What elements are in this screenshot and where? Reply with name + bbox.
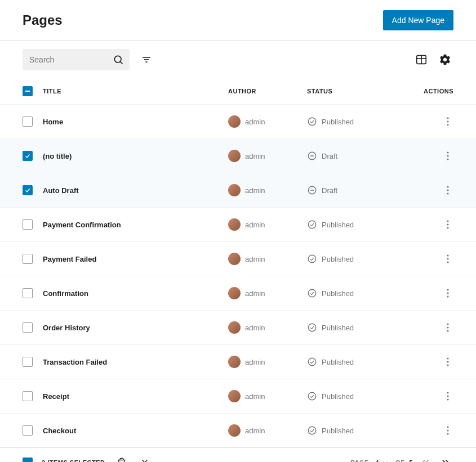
row-checkbox[interactable] [23,151,33,161]
svg-point-44 [447,392,448,393]
row-actions-button[interactable] [442,218,453,231]
row-checkbox[interactable] [23,322,33,333]
draft-icon [307,185,317,195]
table-row[interactable]: Order HistoryadminPublished [0,310,476,344]
table-row[interactable]: (no title)adminDraft [0,138,476,173]
total-pages: 5 [409,459,413,462]
row-title[interactable]: Payment Failed [43,255,96,263]
row-status: Published [322,221,354,229]
row-checkbox[interactable] [23,357,33,367]
row-checkbox[interactable] [23,219,33,230]
table-row[interactable]: Payment ConfirmationadminPublished [0,207,476,241]
row-title[interactable]: Auto Draft [43,186,79,195]
row-title[interactable]: Home [43,118,63,126]
next-page-button[interactable] [438,455,453,462]
svg-point-35 [308,324,316,331]
table-row[interactable]: ConfirmationadminPublished [0,276,476,310]
table-row[interactable]: Transaction FailedadminPublished [0,344,476,379]
avatar [228,321,241,334]
published-icon [307,116,317,127]
row-author: admin [245,324,265,332]
svg-point-38 [447,330,448,331]
table-row[interactable]: Auto DraftadminDraft [0,173,476,207]
row-actions-button[interactable] [442,321,453,334]
column-header-title[interactable]: Title [43,88,228,95]
table-row[interactable]: Payment FailedadminPublished [0,241,476,276]
row-status: Published [322,358,354,366]
svg-point-37 [447,326,448,328]
row-checkbox[interactable] [23,425,33,436]
current-page-number: 1 [376,459,380,463]
table-row[interactable]: HomeadminPublished [0,104,476,138]
column-header-status[interactable]: Status [307,88,420,95]
row-title[interactable]: Payment Confirmation [43,221,121,229]
svg-point-22 [447,192,448,194]
row-checkbox[interactable] [23,254,33,264]
page-selector[interactable]: 1 [373,459,391,463]
svg-point-46 [447,398,448,400]
delete-selected-button[interactable] [114,455,129,462]
row-actions-button[interactable] [442,389,453,403]
avatar [228,184,241,196]
row-status: Published [322,289,354,298]
svg-point-28 [447,254,448,256]
row-actions-button[interactable] [442,183,453,197]
row-status: Published [322,118,354,126]
svg-point-36 [447,323,448,325]
row-author: admin [245,221,265,229]
row-checkbox[interactable] [23,391,33,401]
published-icon [307,254,317,264]
add-new-page-button[interactable]: Add New Page [383,10,453,30]
row-title[interactable]: Transaction Failed [43,358,107,366]
svg-rect-14 [310,155,314,156]
svg-point-12 [447,124,448,125]
settings-button[interactable] [437,51,453,68]
avatar [228,424,241,437]
row-actions-button[interactable] [442,115,453,128]
row-author: admin [245,186,265,195]
avatar [228,218,241,231]
row-status: Published [322,324,354,332]
table-row[interactable]: CheckoutadminPublished [0,413,476,447]
row-title[interactable]: Confirmation [43,289,88,298]
published-icon [307,219,317,230]
row-title[interactable]: Order History [43,324,90,332]
page-title: Pages [23,12,63,28]
svg-point-49 [447,429,448,431]
row-actions-button[interactable] [442,355,453,369]
footer-select-checkbox[interactable] [23,457,33,462]
row-checkbox[interactable] [23,116,33,127]
row-status: Published [322,427,354,435]
row-actions-button[interactable] [442,424,453,437]
prev-page-button[interactable] [417,455,433,462]
row-checkbox[interactable] [23,288,33,298]
row-checkbox[interactable] [23,185,33,195]
more-vertical-icon [447,151,449,160]
column-header-author[interactable]: Author [228,88,307,95]
svg-point-20 [447,186,448,187]
select-all-checkbox[interactable] [23,86,33,96]
more-vertical-icon [447,117,449,126]
close-icon [140,458,149,462]
row-title[interactable]: Receipt [43,392,69,401]
row-title[interactable]: Checkout [43,427,76,435]
svg-line-1 [120,61,122,64]
svg-point-40 [447,357,448,359]
row-actions-button[interactable] [442,252,453,266]
row-author: admin [245,289,265,298]
row-title[interactable]: (no title) [43,152,72,160]
svg-point-32 [447,289,448,290]
chevron-down-icon [382,459,389,462]
avatar [228,115,241,128]
svg-point-48 [447,426,448,428]
row-actions-button[interactable] [442,149,453,163]
svg-point-21 [447,189,448,191]
filter-button[interactable] [139,52,154,68]
view-toggle-button[interactable] [413,51,430,68]
svg-point-25 [447,223,448,225]
of-label: OF [395,459,404,462]
row-actions-button[interactable] [442,286,453,300]
table-row[interactable]: ReceiptadminPublished [0,379,476,413]
clear-selection-button[interactable] [138,456,152,462]
table-view-icon [415,53,428,66]
